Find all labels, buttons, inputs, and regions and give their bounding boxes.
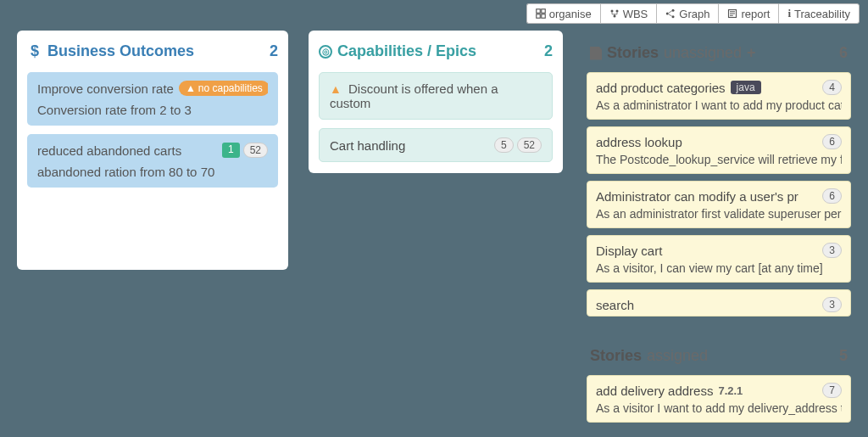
stories-title: Stories	[607, 44, 659, 62]
points-badge: 4	[822, 80, 842, 95]
capability-card-title: Cart handling	[330, 138, 405, 153]
outcomes-title: Business Outcomes	[47, 42, 194, 60]
outcome-card[interactable]: Improve conversion rate ▲ no capabilitie…	[27, 72, 278, 126]
traceability-button[interactable]: i Traceability	[778, 3, 860, 24]
stories-count: 6	[839, 44, 848, 62]
traceability-label: Traceability	[794, 8, 850, 20]
graph-label: Graph	[679, 8, 709, 20]
stories-column: Stories unassigned + 6 add product categ…	[583, 36, 854, 437]
stories-subtitle: unassigned	[664, 44, 742, 62]
organise-button[interactable]: organise	[526, 3, 600, 24]
story-card[interactable]: address lookup 6 The Postcode_lookup_ser…	[587, 126, 851, 174]
wbs-icon	[609, 8, 620, 19]
story-title: add delivery address	[596, 384, 713, 398]
story-title: search	[596, 298, 634, 312]
svg-point-4	[610, 10, 613, 13]
effort-badge: 52	[517, 137, 542, 153]
graph-button[interactable]: Graph	[656, 3, 718, 24]
outcome-card-desc: abandoned ration from 80 to 70	[37, 165, 268, 179]
svg-point-5	[615, 10, 618, 13]
warning-icon: ▲	[186, 82, 196, 94]
capability-card[interactable]: ▲ Discount is offered when a custom	[319, 72, 553, 120]
board: $ Business Outcomes 2 Improve conversion…	[0, 0, 868, 437]
capabilities-header: Capabilities / Epics 2	[319, 42, 553, 60]
capability-card-title: Discount is offered when a custom	[330, 81, 498, 110]
document-icon	[590, 47, 602, 60]
stories-title: Stories	[590, 347, 642, 365]
stories-assigned-panel: Stories assigned 5 add delivery address …	[583, 339, 854, 429]
svg-point-8	[672, 9, 675, 12]
svg-rect-3	[542, 14, 546, 19]
count-badge: 1	[222, 143, 240, 158]
outcome-card-title: Improve conversion rate	[37, 81, 174, 96]
report-label: report	[741, 8, 770, 20]
capabilities-title: Capabilities / Epics	[337, 42, 476, 60]
story-desc: The Postcode_lookup_service will retriev…	[596, 153, 842, 166]
svg-point-9	[672, 15, 675, 18]
points-badge: 6	[822, 188, 842, 204]
warning-icon: ▲	[330, 82, 342, 96]
story-card[interactable]: Administrator can modify a user's pr 6 A…	[587, 181, 851, 228]
svg-rect-0	[537, 9, 541, 14]
outcomes-count: 2	[270, 42, 278, 60]
badge-text: no capabilities	[198, 82, 263, 94]
svg-point-7	[666, 13, 669, 15]
story-card[interactable]: add product categories java 4 As a admin…	[587, 72, 851, 120]
story-card[interactable]: add delivery address 7.2.1 7 As a visito…	[587, 375, 851, 423]
points-badge: 6	[822, 134, 842, 149]
story-title: Display cart	[596, 244, 662, 258]
story-title: add product categories	[596, 81, 726, 95]
report-icon	[727, 8, 737, 19]
info-icon: i	[787, 7, 791, 20]
version-label: 7.2.1	[718, 384, 743, 397]
story-desc: As an administrator first validate super…	[596, 207, 842, 221]
capabilities-count: 2	[544, 42, 553, 60]
stories-unassigned-panel: Stories unassigned + 6 add product categ…	[583, 36, 854, 317]
wbs-button[interactable]: WBS	[600, 3, 657, 24]
add-story-button[interactable]: +	[747, 44, 756, 62]
svg-rect-2	[537, 14, 541, 19]
stories-subtitle: assigned	[647, 347, 708, 365]
organise-icon	[536, 8, 546, 19]
outcome-card-title: reduced abandoned carts	[37, 143, 181, 158]
outcome-card[interactable]: reduced abandoned carts 1 52 abandoned r…	[27, 134, 278, 188]
dollar-icon: $	[27, 44, 42, 59]
outcome-card-desc: Conversion rate from 2 to 3	[37, 103, 268, 117]
story-title: address lookup	[596, 135, 682, 149]
story-desc: As a visitor I want to add my delivery_a…	[596, 401, 842, 415]
view-toolbar: organise WBS Graph report i Traceability	[526, 3, 860, 24]
no-capabilities-badge: ▲ no capabilities	[179, 81, 268, 96]
svg-rect-1	[542, 9, 546, 14]
points-badge: 3	[822, 243, 842, 258]
report-button[interactable]: report	[718, 3, 778, 24]
organise-label: organise	[549, 8, 592, 20]
count-badge: 5	[494, 137, 514, 153]
effort-badge: 52	[243, 143, 268, 158]
story-desc: As a visitor, I can view my cart [at any…	[596, 261, 842, 275]
stories-count: 5	[839, 347, 848, 365]
story-title: Administrator can modify a user's pr	[596, 189, 798, 204]
wbs-label: WBS	[623, 8, 648, 20]
capabilities-column: Capabilities / Epics 2 ▲ Discount is off…	[309, 31, 563, 173]
outcomes-column: $ Business Outcomes 2 Improve conversion…	[17, 31, 288, 270]
story-desc: As a administrator I want to add my prod…	[596, 98, 842, 112]
capability-card[interactable]: Cart handling 5 52	[319, 128, 553, 162]
outcomes-header: $ Business Outcomes 2	[27, 42, 278, 60]
target-icon	[319, 45, 332, 59]
story-card[interactable]: search 3	[587, 289, 851, 317]
graph-icon	[665, 8, 676, 19]
story-card[interactable]: Display cart 3 As a visitor, I can view …	[587, 235, 851, 283]
points-badge: 7	[822, 383, 842, 398]
tag-badge: java	[731, 81, 761, 94]
points-badge: 3	[822, 297, 842, 312]
